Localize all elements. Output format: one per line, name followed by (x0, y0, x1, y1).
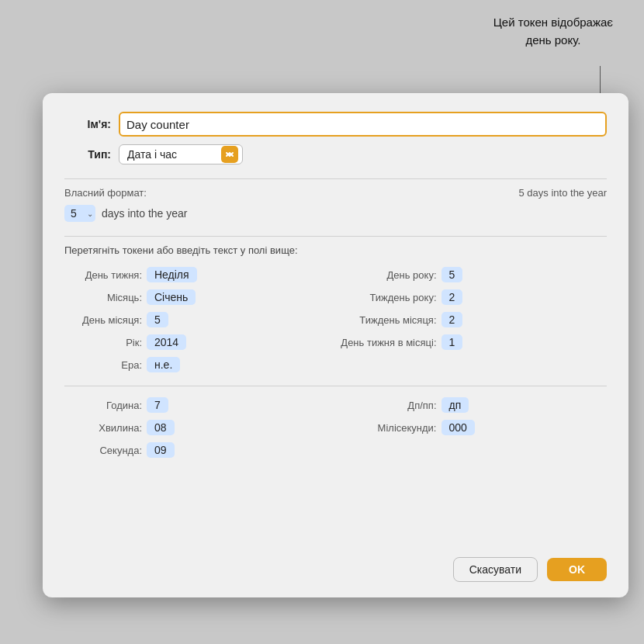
format-suffix: days into the year (102, 207, 188, 220)
left-time-col: Година: 7 Хвилина: 08 Секунда: 09 (64, 397, 336, 465)
format-row: Власний формат: 5 days into the year (64, 187, 607, 199)
token-year: Рік: 2014 (64, 334, 336, 350)
tooltip-text: Цей токен відображає день року. (493, 14, 613, 49)
token-day-of-week: День тижня: Неділя (64, 267, 336, 282)
section-divider (64, 386, 607, 386)
token-week-of-month: Тиждень місяця: 2 (336, 312, 608, 327)
format-token-select-wrapper: 5 ⌄ (64, 205, 95, 222)
hour-badge[interactable]: 7 (147, 397, 168, 413)
era-badge[interactable]: н.е. (147, 357, 180, 372)
ok-button[interactable]: OK (547, 558, 607, 581)
ampm-label: Дп/пп: (336, 400, 437, 411)
token-day-of-year: День року: 5 (336, 267, 608, 282)
week-of-year-badge[interactable]: 2 (441, 289, 463, 305)
hour-label: Година: (64, 400, 142, 411)
type-select-wrapper: Дата і час (119, 144, 243, 164)
ampm-badge[interactable]: дп (441, 397, 469, 413)
token-hour: Година: 7 (64, 397, 336, 413)
second-badge[interactable]: 09 (147, 442, 175, 458)
month-label: Місяць: (64, 292, 142, 303)
token-day-of-month: День місяця: 5 (64, 312, 336, 327)
day-of-year-badge[interactable]: 5 (441, 267, 463, 282)
format-token-row: 5 ⌄ days into the year (64, 205, 607, 222)
token-minute: Хвилина: 08 (64, 420, 336, 435)
day-of-year-label: День року: (336, 269, 437, 281)
tooltip-line2: день року. (525, 33, 580, 47)
format-label: Власний формат: (64, 187, 147, 199)
time-grid: Година: 7 Хвилина: 08 Секунда: 09 Дп/пп:… (64, 397, 607, 465)
name-row: Ім'я: (64, 112, 607, 137)
day-of-week-label: День тижня: (64, 269, 142, 281)
year-label: Рік: (64, 337, 142, 348)
left-tokens-col: День тижня: Неділя Місяць: Січень День м… (64, 267, 336, 379)
day-of-month-badge[interactable]: 5 (147, 312, 168, 327)
millisecond-label: Мілісекунди: (336, 422, 437, 434)
tooltip-line1: Цей токен відображає (493, 16, 613, 29)
dialog-footer: Скасувати OK (64, 545, 607, 582)
cancel-button[interactable]: Скасувати (453, 557, 538, 582)
format-token-select[interactable]: 5 (64, 205, 95, 222)
divider-1 (64, 178, 607, 179)
token-millisecond: Мілісекунди: 000 (336, 420, 608, 435)
token-month: Місяць: Січень (64, 289, 336, 305)
right-tokens-col: День року: 5 Тиждень року: 2 Тиждень міс… (336, 267, 608, 379)
millisecond-badge[interactable]: 000 (441, 420, 475, 435)
month-badge[interactable]: Січень (147, 289, 196, 305)
right-time-col: Дп/пп: дп Мілісекунди: 000 (336, 397, 608, 465)
week-of-month-label: Тиждень місяця: (336, 314, 437, 326)
format-preview: 5 days into the year (519, 187, 607, 199)
minute-label: Хвилина: (64, 422, 142, 434)
drag-hint: Перетягніть токени або введіть текст у п… (64, 244, 607, 256)
type-row: Тип: Дата і час (64, 144, 607, 164)
year-badge[interactable]: 2014 (147, 334, 186, 350)
token-day-of-week-in-month: День тижня в місяці: 1 (336, 334, 608, 350)
week-of-month-badge[interactable]: 2 (441, 312, 463, 327)
second-label: Секунда: (64, 445, 142, 456)
type-select[interactable]: Дата і час (119, 144, 243, 164)
day-of-week-badge[interactable]: Неділя (147, 267, 197, 282)
week-of-year-label: Тиждень року: (336, 292, 437, 303)
token-second: Секунда: 09 (64, 442, 336, 458)
token-week-of-year: Тиждень року: 2 (336, 289, 608, 305)
token-era: Ера: н.е. (64, 357, 336, 372)
token-ampm: Дп/пп: дп (336, 397, 608, 413)
name-input[interactable] (119, 112, 607, 137)
day-of-month-label: День місяця: (64, 314, 142, 326)
era-label: Ера: (64, 359, 142, 371)
day-of-week-in-month-label: День тижня в місяці: (336, 337, 437, 348)
minute-badge[interactable]: 08 (147, 420, 175, 435)
type-label: Тип: (64, 148, 111, 161)
name-label: Ім'я: (64, 118, 111, 130)
divider-2 (64, 236, 607, 237)
tokens-grid: День тижня: Неділя Місяць: Січень День м… (64, 267, 607, 379)
day-of-week-in-month-badge[interactable]: 1 (441, 334, 463, 350)
dialog: Ім'я: Тип: Дата і час Власний формат: 5 … (43, 93, 628, 597)
